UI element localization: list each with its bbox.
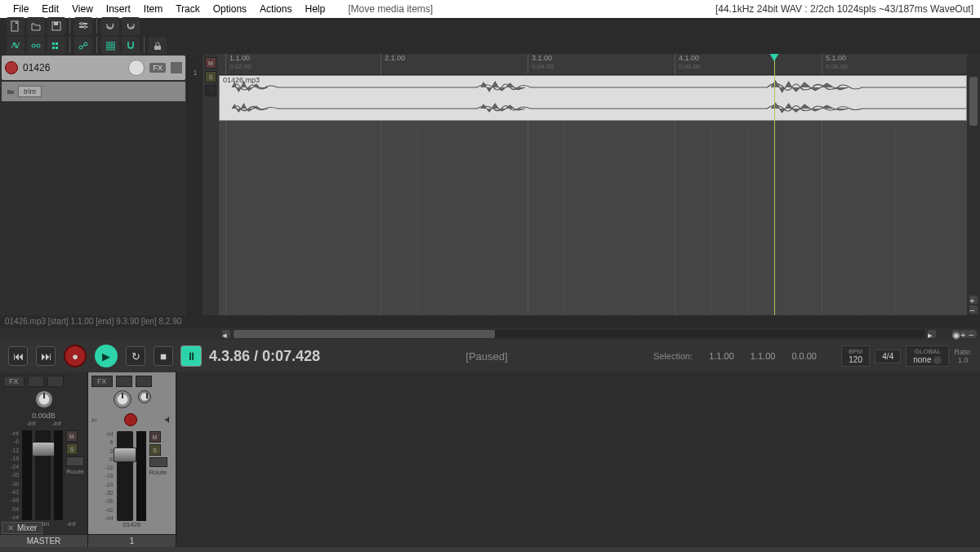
ruler-mark: 5.1.000:08.00: [822, 54, 848, 74]
ripple-edit-icon[interactable]: [47, 37, 65, 55]
speaker-icon[interactable]: [164, 416, 172, 424]
track-pan-knob[interactable]: [128, 60, 145, 76]
hzoom-reset-icon[interactable]: ◉: [952, 330, 960, 338]
go-to-end-button[interactable]: ⏭: [36, 346, 56, 366]
selection-length[interactable]: 0.0.00: [791, 351, 817, 361]
play-button[interactable]: ▶: [95, 345, 118, 367]
menubar: File Edit View Insert Item Track Options…: [0, 0, 980, 18]
track-trim-button[interactable]: trim: [18, 86, 42, 97]
track1-width-knob[interactable]: [138, 390, 151, 403]
waveform-right: [220, 99, 966, 118]
envelope-icon[interactable]: [74, 37, 92, 55]
mixer-track1-strip[interactable]: FX In inf60-6-12-18-24-30-36-42-inf M S …: [88, 372, 176, 547]
track-fx-button[interactable]: FX: [149, 63, 166, 73]
track1-pan-knob[interactable]: [114, 390, 131, 408]
selection-end[interactable]: 1.1.00: [751, 351, 776, 361]
master-pan-knob[interactable]: [35, 390, 53, 408]
track-mute-button[interactable]: M: [205, 57, 216, 69]
scroll-right-icon[interactable]: ▸: [928, 330, 936, 338]
record-button[interactable]: ●: [64, 345, 87, 367]
menu-track[interactable]: Track: [169, 3, 207, 15]
save-project-icon[interactable]: [47, 17, 65, 35]
zoom-in-icon[interactable]: +: [969, 296, 978, 304]
snap-icon[interactable]: [122, 37, 140, 55]
track-header[interactable]: 01426 FX: [2, 56, 185, 80]
time-signature-box[interactable]: 4/4: [875, 349, 901, 363]
auto-crossfade-icon[interactable]: [7, 37, 24, 55]
hscroll-thumb[interactable]: [234, 330, 495, 338]
menu-view[interactable]: View: [65, 3, 100, 15]
item-grouping-icon[interactable]: [27, 37, 45, 55]
track1-label: 1: [88, 534, 176, 547]
grid-icon[interactable]: [101, 37, 119, 55]
bpm-box[interactable]: BPM 120: [841, 345, 870, 367]
new-project-icon[interactable]: [7, 17, 24, 35]
track1-fader[interactable]: [117, 431, 133, 521]
track1-send-button[interactable]: [136, 376, 152, 387]
master-fader[interactable]: [35, 430, 51, 520]
master-mute-button[interactable]: M: [66, 430, 78, 442]
arrange-view[interactable]: 1.1.000:02.00 2.1.00 3.1.000:04.00 4.1.0…: [219, 54, 967, 315]
master-mono-button[interactable]: [28, 376, 44, 387]
pause-button[interactable]: ⏸: [181, 346, 201, 366]
track1-route-button[interactable]: [149, 457, 167, 467]
automation-mode-box[interactable]: GLOBAL none: [906, 345, 949, 367]
lock-icon[interactable]: [149, 37, 167, 55]
project-settings-icon[interactable]: [74, 17, 92, 35]
track-send-icon[interactable]: [171, 62, 182, 73]
track-route-button[interactable]: [205, 85, 216, 96]
folder-icon[interactable]: [7, 87, 15, 96]
master-route-button[interactable]: [66, 456, 84, 466]
close-icon[interactable]: ✕: [7, 523, 14, 532]
redo-icon[interactable]: [122, 17, 140, 35]
track-solo-button[interactable]: S: [205, 71, 216, 82]
menu-insert[interactable]: Insert: [100, 3, 137, 15]
track-record-arm-icon[interactable]: [5, 61, 18, 74]
track1-mute-button[interactable]: M: [149, 431, 161, 443]
horizontal-scroll[interactable]: ◂ ▸ ◉ + −: [219, 328, 980, 340]
zoom-out-icon[interactable]: −: [969, 305, 978, 314]
master-fx-button[interactable]: FX: [3, 376, 24, 387]
svg-rect-11: [56, 42, 58, 45]
menu-help[interactable]: Help: [298, 3, 332, 15]
selection-start[interactable]: 1.1.00: [709, 351, 734, 361]
svg-point-6: [84, 26, 87, 29]
master-io-button[interactable]: [47, 376, 64, 387]
mixer-master-strip[interactable]: FX 0.00dB -inf-inf -inf-6-12-18-24-30-36…: [0, 372, 88, 547]
vertical-scroll[interactable]: + −: [967, 54, 980, 315]
playhead[interactable]: [774, 54, 775, 315]
playback-rate[interactable]: Rate: 1.0: [954, 348, 972, 364]
svg-rect-13: [56, 47, 58, 49]
track1-name-label: 01426: [91, 521, 172, 528]
repeat-button[interactable]: ↻: [126, 346, 145, 366]
stop-button[interactable]: ■: [154, 346, 173, 366]
vscroll-thumb[interactable]: [969, 77, 978, 126]
master-scale: -inf-6-12-18-24-30-36-42-48-54-inf: [3, 430, 19, 520]
main-area: 01426 FX trim 1 M S 1.1.000:02.00 2.1.00…: [0, 54, 980, 315]
track1-io-button[interactable]: [116, 376, 132, 387]
track1-record-arm[interactable]: [124, 413, 137, 426]
menu-file[interactable]: File: [7, 3, 35, 15]
master-solo-button[interactable]: S: [66, 443, 78, 455]
menu-item[interactable]: Item: [137, 3, 169, 15]
track-name[interactable]: 01426: [23, 62, 123, 73]
track1-solo-button[interactable]: S: [149, 444, 161, 456]
hzoom-out-icon[interactable]: −: [969, 330, 977, 338]
track1-scale: inf60-6-12-18-24-30-36-42-inf: [97, 431, 114, 521]
undo-icon[interactable]: [101, 17, 119, 35]
hzoom-in-icon[interactable]: +: [960, 330, 969, 338]
track1-fx-button[interactable]: FX: [91, 376, 113, 387]
open-project-icon[interactable]: [27, 17, 45, 35]
timeline-ruler[interactable]: 1.1.000:02.00 2.1.00 3.1.000:04.00 4.1.0…: [219, 54, 967, 75]
svg-rect-10: [52, 42, 55, 45]
mixer-dock-tab[interactable]: ✕ Mixer: [2, 522, 42, 534]
go-to-start-button[interactable]: ⏮: [8, 346, 28, 366]
track-number-column: 1: [188, 54, 203, 315]
media-item[interactable]: 01426.mp3: [219, 75, 967, 121]
ruler-mark: 1.1.000:02.00: [225, 54, 252, 74]
svg-rect-17: [154, 46, 161, 50]
menu-actions[interactable]: Actions: [253, 3, 298, 15]
scroll-left-icon[interactable]: ◂: [222, 330, 230, 338]
menu-edit[interactable]: Edit: [35, 3, 65, 15]
menu-options[interactable]: Options: [207, 3, 253, 15]
